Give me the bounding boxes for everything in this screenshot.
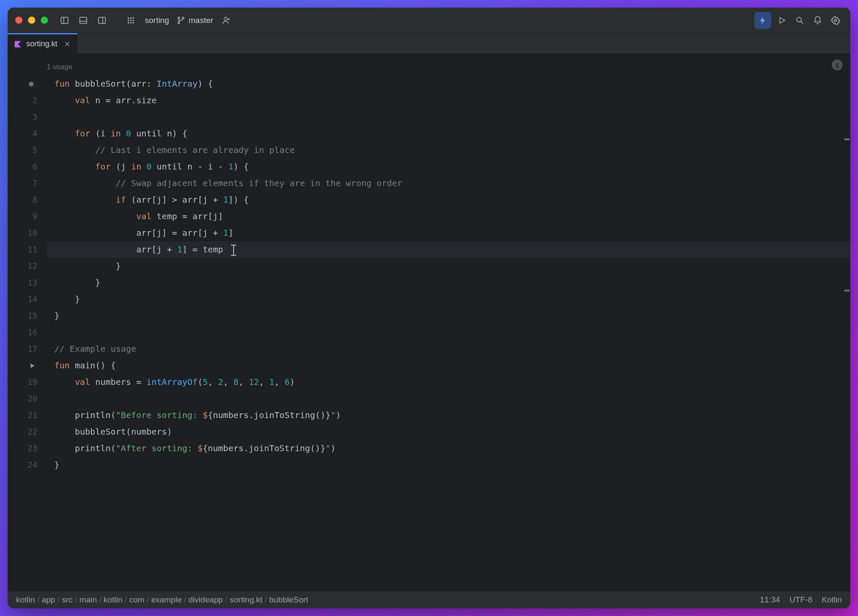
breadcrumb-item[interactable]: com <box>129 595 144 604</box>
breadcrumb-item[interactable]: kotlin <box>104 595 122 604</box>
breadcrumb-item[interactable]: app <box>42 595 55 604</box>
minimize-window-button[interactable] <box>28 17 35 24</box>
file-language[interactable]: Kotlin <box>821 595 842 605</box>
line-number[interactable]: 3 <box>8 109 47 125</box>
line-number[interactable]: 21 <box>8 407 47 424</box>
code-line[interactable]: for (i in 0 until n) { <box>47 125 850 142</box>
tab-sorting-kt[interactable]: sorting.kt ✕ <box>8 33 77 54</box>
project-name[interactable]: sorting <box>145 16 169 25</box>
problems-indicator[interactable]: 1 <box>832 59 843 71</box>
svg-point-8 <box>133 17 134 19</box>
code-line[interactable]: } <box>47 308 850 324</box>
file-encoding[interactable]: UTF-8 <box>790 595 813 605</box>
line-number[interactable]: 10 <box>8 225 47 241</box>
svg-point-17 <box>178 22 180 23</box>
line-number[interactable]: 9 <box>8 208 47 225</box>
ai-assistant-button[interactable] <box>754 12 771 29</box>
svg-point-18 <box>224 17 227 20</box>
code-line[interactable]: println("Before sorting: ${numbers.joinT… <box>47 407 850 424</box>
breadcrumbs[interactable]: kotlin / app / src / main / kotlin / com… <box>16 595 308 605</box>
line-number[interactable]: 17 <box>8 341 47 357</box>
svg-rect-4 <box>99 17 106 23</box>
line-number[interactable]: 16 <box>8 324 47 341</box>
breadcrumb-separator: / <box>97 595 104 604</box>
code-line[interactable]: if (arr[j] > arr[j + 1]) { <box>47 192 850 208</box>
notifications-button[interactable] <box>810 13 825 28</box>
code-line[interactable]: fun bubbleSort(arr: IntArray) { <box>47 76 850 92</box>
app-grid-icon[interactable] <box>124 13 138 28</box>
line-number[interactable]: 13 <box>8 274 47 291</box>
breadcrumb-item[interactable]: kotlin <box>16 595 35 604</box>
sidebar-right-icon[interactable] <box>95 13 109 28</box>
breadcrumb-separator: / <box>182 595 189 604</box>
code-line[interactable]: // Example usage <box>47 341 850 357</box>
breakpoint-marker[interactable] <box>29 82 34 86</box>
code-line[interactable]: // Swap adjacent elements if they are in… <box>47 175 850 192</box>
add-collaborator-icon[interactable] <box>219 13 234 28</box>
git-branch[interactable]: master <box>177 16 213 25</box>
code-line[interactable]: fun main() { <box>47 357 850 374</box>
sidebar-bottom-icon[interactable] <box>76 13 90 28</box>
scrollbar-markers[interactable] <box>844 54 850 591</box>
line-number[interactable]: 23 <box>8 440 47 457</box>
status-bar: kotlin / app / src / main / kotlin / com… <box>8 591 850 608</box>
line-number-gutter[interactable]: 234567891011121314151617192021222324 <box>8 54 47 591</box>
code-line[interactable]: arr[j] = arr[j + 1] <box>47 225 850 241</box>
svg-point-23 <box>834 19 837 22</box>
svg-point-7 <box>130 17 132 19</box>
code-area[interactable]: 1 usage fun bubbleSort(arr: IntArray) { … <box>47 54 850 591</box>
breadcrumb-item[interactable]: bubbleSort <box>269 595 308 604</box>
breadcrumb-item[interactable]: example <box>151 595 182 604</box>
line-number[interactable]: 7 <box>8 175 47 192</box>
line-number[interactable] <box>8 76 47 92</box>
code-line[interactable]: println("After sorting: ${numbers.joinTo… <box>47 440 850 457</box>
run-gutter-icon[interactable] <box>29 362 36 369</box>
code-line[interactable]: } <box>47 457 850 473</box>
line-number[interactable]: 2 <box>8 92 47 109</box>
line-number[interactable]: 11 <box>8 241 47 258</box>
code-line[interactable]: val temp = arr[j] <box>47 208 850 225</box>
usages-hint[interactable]: 1 usage <box>47 63 73 71</box>
run-button[interactable] <box>775 13 789 28</box>
line-number[interactable]: 5 <box>8 142 47 158</box>
close-window-button[interactable] <box>15 17 23 24</box>
code-line[interactable] <box>47 109 850 125</box>
code-line[interactable] <box>47 390 850 407</box>
line-number[interactable]: 14 <box>8 291 47 308</box>
code-line[interactable]: val n = arr.size <box>47 92 850 109</box>
code-line[interactable]: for (j in 0 until n - i - 1) { <box>47 158 850 175</box>
code-line[interactable] <box>47 324 850 341</box>
code-line[interactable]: } <box>47 274 850 291</box>
line-number[interactable] <box>8 357 47 374</box>
code-line[interactable]: // Last i elements are already in place <box>47 142 850 158</box>
code-line[interactable]: } <box>47 291 850 308</box>
settings-button[interactable] <box>828 13 843 28</box>
branch-icon <box>177 16 185 25</box>
code-line[interactable]: arr[j + 1] = temp <box>47 241 850 258</box>
breadcrumb-item[interactable]: src <box>62 595 73 604</box>
line-number[interactable]: 20 <box>8 390 47 407</box>
line-number[interactable]: 12 <box>8 258 47 274</box>
breadcrumb-item[interactable]: main <box>79 595 97 604</box>
caret-position[interactable]: 11:34 <box>760 595 780 605</box>
sidebar-left-icon[interactable] <box>57 13 72 28</box>
line-number[interactable]: 6 <box>8 158 47 175</box>
code-line[interactable]: bubbleSort(numbers) <box>47 424 850 440</box>
kotlin-file-icon <box>14 40 22 48</box>
tab-bar: sorting.kt ✕ <box>8 33 850 54</box>
breadcrumb-item[interactable]: divideapp <box>189 595 223 604</box>
line-number[interactable]: 22 <box>8 424 47 440</box>
breadcrumb-item[interactable]: sorting.kt <box>230 595 262 604</box>
code-line[interactable]: } <box>47 258 850 274</box>
breadcrumb-separator: / <box>55 595 62 604</box>
editor[interactable]: 234567891011121314151617192021222324 1 u… <box>8 54 850 591</box>
line-number[interactable]: 15 <box>8 308 47 324</box>
close-tab-icon[interactable]: ✕ <box>64 40 71 49</box>
line-number[interactable]: 4 <box>8 125 47 142</box>
search-button[interactable] <box>793 13 807 28</box>
line-number[interactable]: 8 <box>8 192 47 208</box>
line-number[interactable]: 24 <box>8 457 47 473</box>
line-number[interactable]: 19 <box>8 374 47 390</box>
code-line[interactable]: val numbers = intArrayOf(5, 2, 8, 12, 1,… <box>47 374 850 390</box>
maximize-window-button[interactable] <box>41 17 48 24</box>
